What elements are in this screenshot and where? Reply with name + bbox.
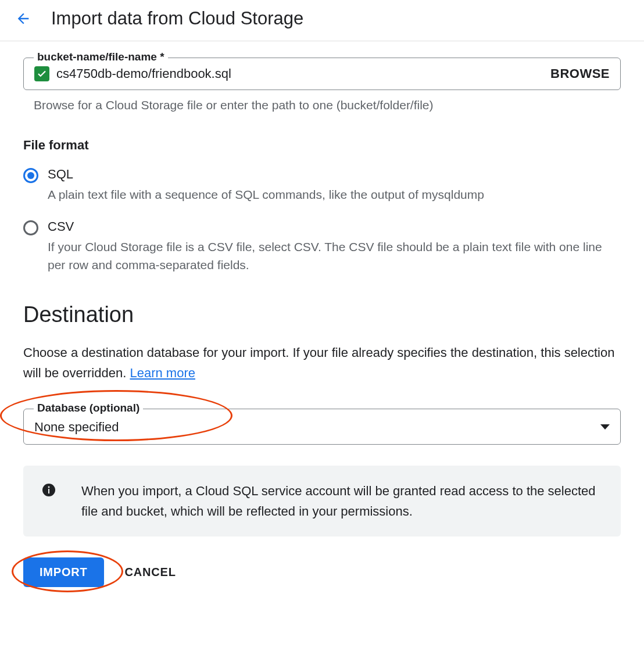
info-text: When you import, a Cloud SQL service acc… — [81, 481, 602, 521]
cancel-button[interactable]: CANCEL — [125, 566, 176, 579]
action-row: IMPORT CANCEL — [23, 557, 621, 587]
file-helper-text: Browse for a Cloud Storage file or enter… — [23, 98, 621, 112]
radio-option-sql[interactable]: SQL A plain text file with a sequence of… — [23, 167, 621, 204]
file-format-heading: File format — [23, 138, 621, 153]
radio-description: A plain text file with a sequence of SQL… — [48, 185, 621, 204]
destination-desc-text: Choose a destination database for your i… — [23, 345, 614, 380]
info-banner: When you import, a Cloud SQL service acc… — [23, 466, 621, 537]
page-header: Import data from Cloud Storage — [0, 0, 644, 41]
browse-button[interactable]: BROWSE — [550, 66, 610, 81]
radio-description: If your Cloud Storage file is a CSV file… — [48, 238, 621, 274]
radio-icon — [23, 220, 38, 235]
destination-heading: Destination — [23, 302, 621, 327]
radio-option-csv[interactable]: CSV If your Cloud Storage file is a CSV … — [23, 219, 621, 274]
page-title: Import data from Cloud Storage — [51, 8, 303, 29]
svg-rect-1 — [48, 489, 49, 494]
database-select-field: Database (optional) None specified — [23, 409, 621, 445]
file-path-input[interactable] — [56, 66, 543, 81]
valid-check-icon — [34, 66, 49, 81]
file-path-label: bucket-name/file-name * — [34, 51, 168, 63]
file-format-radio-group: SQL A plain text file with a sequence of… — [23, 167, 621, 274]
database-select-label: Database (optional) — [34, 402, 143, 414]
file-path-field: bucket-name/file-name * BROWSE Browse fo… — [23, 58, 621, 112]
back-arrow-icon[interactable] — [14, 9, 33, 28]
learn-more-link[interactable]: Learn more — [130, 366, 195, 380]
destination-description: Choose a destination database for your i… — [23, 342, 621, 383]
import-button[interactable]: IMPORT — [23, 557, 104, 587]
chevron-down-icon — [600, 424, 610, 430]
svg-point-2 — [48, 486, 50, 488]
radio-label: CSV — [48, 219, 621, 234]
database-select-value: None specified — [34, 420, 119, 435]
radio-icon — [23, 168, 38, 183]
radio-label: SQL — [48, 167, 621, 182]
info-icon — [42, 483, 56, 497]
